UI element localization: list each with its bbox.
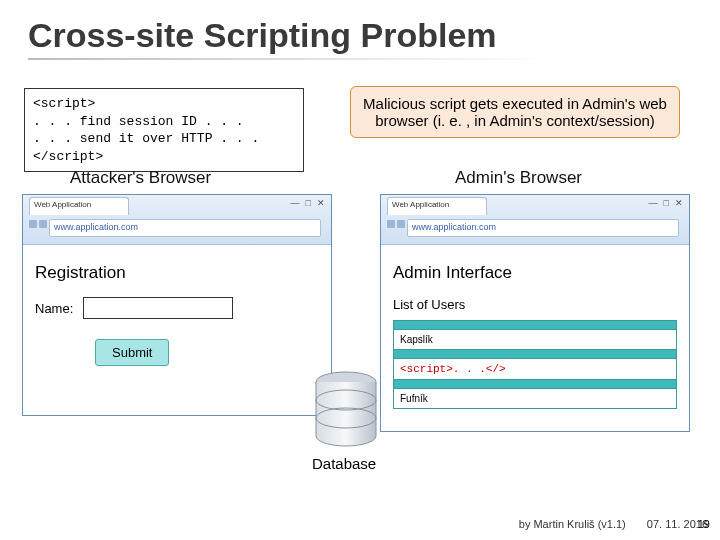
code-line: . . . send it over HTTP . . .: [33, 130, 295, 148]
name-label: Name:: [35, 301, 73, 316]
admin-browser-window: Web Application —□✕ www.application.com …: [380, 194, 690, 432]
code-line: . . . find session ID . . .: [33, 113, 295, 131]
code-line: </script>: [33, 148, 295, 166]
callout-box: Malicious script gets executed in Admin'…: [350, 86, 680, 138]
forward-icon[interactable]: [39, 220, 47, 228]
table-row: Kapslík: [394, 330, 676, 350]
minimize-icon[interactable]: —: [649, 198, 658, 208]
table-row: [394, 350, 676, 359]
author-text: by Martin Kruliš (v1.1): [519, 518, 626, 530]
title-underline: [28, 58, 548, 60]
admin-interface-heading: Admin Interface: [393, 263, 677, 283]
nav-buttons[interactable]: [387, 220, 405, 228]
table-row: [394, 380, 676, 389]
window-controls[interactable]: —□✕: [291, 198, 325, 208]
code-line: <script>: [33, 95, 295, 113]
browser-tab[interactable]: Web Application: [29, 197, 129, 215]
slide-title: Cross-site Scripting Problem: [28, 16, 497, 55]
back-icon[interactable]: [387, 220, 395, 228]
table-row: [394, 321, 676, 330]
address-bar[interactable]: www.application.com: [407, 219, 679, 237]
browser-body: Registration Name: Submit: [23, 245, 331, 380]
minimize-icon[interactable]: —: [291, 198, 300, 208]
attacker-browser-window: Web Application —□✕ www.application.com …: [22, 194, 332, 416]
name-input[interactable]: [83, 297, 233, 319]
close-icon[interactable]: ✕: [317, 198, 325, 208]
slide-footer: by Martin Kruliš (v1.1) 07. 11. 2016: [519, 518, 708, 530]
admin-browser-label: Admin's Browser: [455, 168, 582, 188]
submit-button[interactable]: Submit: [95, 339, 169, 366]
nav-buttons[interactable]: [29, 220, 47, 228]
close-icon[interactable]: ✕: [675, 198, 683, 208]
window-controls[interactable]: —□✕: [649, 198, 683, 208]
table-row: Fufník: [394, 389, 676, 408]
browser-chrome: Web Application —□✕ www.application.com: [381, 195, 689, 245]
back-icon[interactable]: [29, 220, 37, 228]
injected-script-row: <script>. . .</>: [394, 359, 676, 380]
user-list: Kapslík <script>. . .</> Fufník: [393, 320, 677, 409]
registration-heading: Registration: [35, 263, 319, 283]
maximize-icon[interactable]: □: [664, 198, 669, 208]
list-of-users-heading: List of Users: [393, 297, 677, 312]
script-code-block: <script> . . . find session ID . . . . .…: [24, 88, 304, 172]
address-bar[interactable]: www.application.com: [49, 219, 321, 237]
browser-chrome: Web Application —□✕ www.application.com: [23, 195, 331, 245]
database-label: Database: [312, 455, 376, 472]
maximize-icon[interactable]: □: [306, 198, 311, 208]
name-field-row: Name:: [35, 297, 319, 319]
attacker-browser-label: Attacker's Browser: [70, 168, 211, 188]
browser-tab[interactable]: Web Application: [387, 197, 487, 215]
slide-number: 19: [698, 518, 710, 530]
browser-body: Admin Interface List of Users Kapslík <s…: [381, 245, 689, 423]
database-icon: [310, 370, 382, 450]
forward-icon[interactable]: [397, 220, 405, 228]
